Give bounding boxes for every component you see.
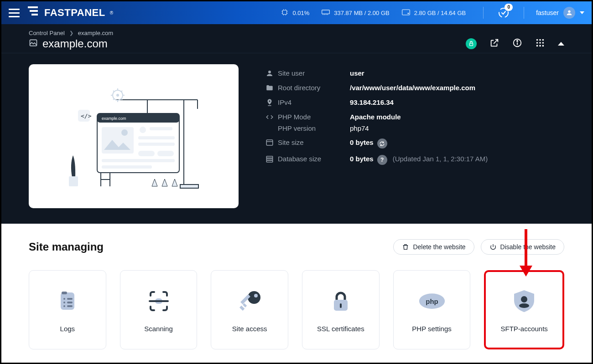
db-help-button[interactable]: ? bbox=[377, 155, 387, 165]
info-row-dbsize: Database size 0 bytes ? (Updated Jan 1, … bbox=[264, 152, 564, 168]
svg-point-73 bbox=[63, 302, 65, 303]
svg-rect-69 bbox=[61, 292, 74, 310]
breadcrumb-root[interactable]: Control Panel bbox=[29, 30, 65, 36]
database-icon bbox=[264, 155, 275, 163]
svg-rect-68 bbox=[266, 160, 273, 162]
tasks-button[interactable]: 0 bbox=[495, 5, 512, 21]
tile-label: SSL certificates bbox=[317, 325, 364, 333]
svg-rect-45 bbox=[138, 151, 155, 156]
key-icon bbox=[236, 287, 263, 315]
menu-toggle[interactable] bbox=[9, 6, 21, 19]
svg-point-88 bbox=[521, 296, 527, 302]
info-button[interactable] bbox=[512, 38, 522, 50]
svg-point-71 bbox=[63, 298, 65, 300]
svg-point-75 bbox=[63, 305, 65, 307]
tile-logs[interactable]: Logs bbox=[29, 270, 106, 349]
svg-rect-0 bbox=[28, 6, 38, 8]
collapse-button[interactable] bbox=[558, 42, 564, 46]
svg-text:php: php bbox=[426, 297, 438, 305]
brand-reg: ® bbox=[110, 10, 114, 15]
info-value: 0 bytes bbox=[350, 155, 374, 163]
tile-label: Site access bbox=[232, 325, 267, 333]
svg-point-41 bbox=[140, 127, 146, 133]
mem-value: 337.87 MB / 2.00 GB bbox=[334, 10, 389, 16]
tile-ssl[interactable]: SSL certificates bbox=[302, 270, 380, 349]
disk-value: 2.80 GB / 14.64 GB bbox=[414, 10, 466, 16]
svg-rect-46 bbox=[157, 151, 174, 156]
username: fastuser bbox=[536, 9, 559, 16]
svg-rect-5 bbox=[402, 10, 410, 15]
svg-point-18 bbox=[539, 42, 541, 44]
tile-scanning[interactable]: Scanning bbox=[120, 270, 198, 349]
svg-point-89 bbox=[519, 303, 529, 308]
delete-website-button[interactable]: Delete the website bbox=[393, 239, 474, 255]
brand-name: FASTPANEL bbox=[44, 7, 105, 19]
code-icon bbox=[264, 113, 275, 121]
section-heading: Site managing bbox=[29, 241, 104, 253]
svg-point-52 bbox=[116, 94, 119, 97]
tile-label: Logs bbox=[60, 325, 75, 333]
chevron-down-icon bbox=[580, 11, 584, 14]
disk-stat: 2.80 GB / 14.64 GB bbox=[401, 8, 466, 18]
page-title: example.com bbox=[42, 37, 108, 50]
breadcrumb-site[interactable]: example.com bbox=[78, 30, 113, 36]
tile-sftp-accounts[interactable]: SFTP-accounts bbox=[484, 270, 564, 349]
svg-rect-63 bbox=[268, 105, 271, 106]
site-preview[interactable]: example.com </> bbox=[29, 64, 239, 208]
info-label: Database size bbox=[275, 155, 350, 163]
open-site-button[interactable] bbox=[489, 38, 499, 50]
scan-icon bbox=[145, 287, 172, 315]
cpu-stat: 0.01% bbox=[281, 8, 309, 18]
svg-rect-72 bbox=[67, 298, 73, 300]
user-icon bbox=[264, 69, 275, 77]
page-header: Control Panel ❯ example.com example.com bbox=[1, 24, 592, 53]
svg-text:</>: </> bbox=[81, 113, 92, 119]
info-value: Apache module bbox=[350, 113, 401, 121]
svg-text:example.com: example.com bbox=[102, 116, 126, 121]
svg-point-22 bbox=[542, 45, 544, 47]
svg-rect-74 bbox=[67, 302, 73, 303]
disk-icon bbox=[401, 8, 411, 18]
svg-rect-70 bbox=[62, 292, 67, 294]
tile-label: SFTP-accounts bbox=[501, 325, 548, 333]
disable-website-button[interactable]: Disable the website bbox=[481, 239, 564, 255]
info-label: IPv4 bbox=[275, 98, 350, 106]
info-row-sitesize: Site size 0 bytes bbox=[264, 135, 564, 152]
brand-logo[interactable]: FASTPANEL® bbox=[28, 6, 114, 19]
button-label: Disable the website bbox=[500, 243, 556, 251]
svg-rect-4 bbox=[322, 10, 330, 14]
svg-point-80 bbox=[254, 294, 258, 297]
image-icon bbox=[29, 37, 38, 50]
button-label: Delete the website bbox=[413, 243, 465, 251]
svg-line-59 bbox=[113, 99, 114, 100]
tile-php-settings[interactable]: php PHP settings bbox=[393, 270, 471, 349]
folder-icon bbox=[264, 84, 275, 92]
svg-rect-42 bbox=[150, 127, 172, 130]
svg-line-57 bbox=[113, 91, 114, 92]
user-menu[interactable]: fastuser bbox=[536, 7, 584, 19]
svg-point-15 bbox=[539, 39, 541, 41]
tile-site-access[interactable]: Site access bbox=[211, 270, 288, 349]
svg-rect-83 bbox=[243, 303, 247, 307]
info-label: Root directory bbox=[275, 84, 350, 92]
info-row-rootdir: Root directory /var/www/user/data/www/ex… bbox=[264, 81, 564, 95]
ssl-status-badge[interactable] bbox=[466, 38, 477, 49]
refresh-size-button[interactable] bbox=[377, 138, 387, 149]
svg-rect-64 bbox=[266, 140, 273, 145]
brand-icon bbox=[28, 6, 41, 19]
avatar-icon bbox=[563, 7, 575, 19]
svg-rect-43 bbox=[138, 136, 175, 139]
lock-icon bbox=[327, 287, 354, 315]
svg-point-8 bbox=[568, 10, 570, 13]
svg-rect-2 bbox=[31, 14, 38, 15]
trash-icon bbox=[402, 243, 409, 251]
power-icon bbox=[489, 243, 497, 251]
apps-button[interactable] bbox=[535, 38, 545, 50]
site-hero: example.com </> bbox=[1, 53, 592, 224]
tile-label: PHP settings bbox=[412, 325, 451, 333]
shield-user-icon bbox=[510, 287, 538, 315]
svg-rect-35 bbox=[180, 185, 198, 188]
tasks-badge: 0 bbox=[505, 4, 513, 11]
info-value: 93.184.216.34 bbox=[350, 98, 394, 106]
chevron-right-icon: ❯ bbox=[69, 30, 73, 36]
